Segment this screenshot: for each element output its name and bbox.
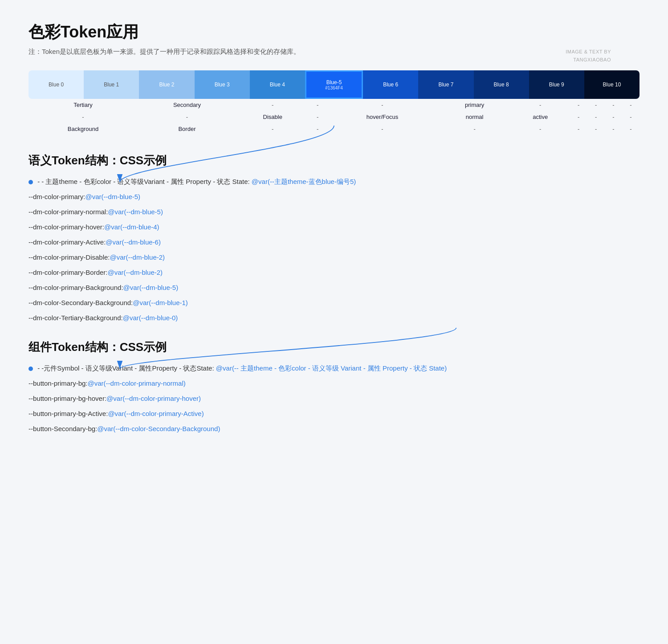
palette-cell-6: Blue 6 <box>363 70 418 99</box>
semantic-description: - - 主题theme - 色彩color - 语义等级Variant - 属性… <box>29 176 639 187</box>
page-subtitle: 注：Token是以底层色板为单一来源。提供了一种用于记录和跟踪风格选择和变化的存… <box>29 48 639 56</box>
semantic-token-3: --dm-color-primary-Active:@var(--dm-blue… <box>29 237 639 248</box>
semantic-token-7: --dm-color-Secondary-Background:@var(--d… <box>29 298 639 308</box>
palette-cell-1: Blue 1 <box>84 70 139 99</box>
palette-cell-3: Blue 3 <box>195 70 250 99</box>
page-title: 色彩Token应用 <box>29 21 639 43</box>
semantic-token-2: --dm-color-primary-hover:@var(--dm-blue-… <box>29 222 639 232</box>
semantic-heading: 语义Token结构：CSS示例 <box>29 153 639 168</box>
palette-bar: Blue 0Blue 1Blue 2Blue 3Blue 4Blue-5#136… <box>29 70 639 99</box>
label-row-1: --Disable-hover/Focusnormalactive---- <box>29 111 639 123</box>
component-token-1: --button-primary-bg-hover:@var(--dm-colo… <box>29 393 639 404</box>
label-row-0: TertiarySecondary---primary----- <box>29 99 639 111</box>
component-token-0: --button-primary-bg:@var(--dm-color-prim… <box>29 378 639 389</box>
component-description: - -元件Symbol - 语义等级Variant - 属性Property -… <box>29 363 639 374</box>
semantic-dot <box>29 180 33 184</box>
component-tokens-list: --button-primary-bg:@var(--dm-color-prim… <box>29 378 639 434</box>
component-heading: 组件Token结构：CSS示例 <box>29 339 639 355</box>
semantic-tokens-list: --dm-color-primary:@var(--dm-blue-5)--dm… <box>29 192 639 323</box>
palette-cell-9: Blue 9 <box>529 70 584 99</box>
palette-section: Blue 0Blue 1Blue 2Blue 3Blue 4Blue-5#136… <box>29 70 639 135</box>
label-row-2: BackgroundBorder--------- <box>29 123 639 135</box>
component-token-2: --button-primary-bg-Active:@var(--dm-col… <box>29 408 639 419</box>
semantic-token-1: --dm-color-primary-normal:@var(--dm-blue… <box>29 207 639 217</box>
semantic-token-6: --dm-color-primary-Background:@var(--dm-… <box>29 282 639 293</box>
palette-cell-2: Blue 2 <box>139 70 194 99</box>
palette-cell-8: Blue 8 <box>474 70 529 99</box>
component-token-3: --button-Secondary-bg:@var(--dm-color-Se… <box>29 424 639 434</box>
component-dot <box>29 367 33 371</box>
palette-cell-0: Blue 0 <box>29 70 84 99</box>
semantic-token-4: --dm-color-primary-Disable:@var(--dm-blu… <box>29 252 639 263</box>
palette-cell-4: Blue 4 <box>250 70 305 99</box>
watermark: IMAGE & TEXT BY TANGXIAOBAO <box>566 48 611 64</box>
semantic-token-0: --dm-color-primary:@var(--dm-blue-5) <box>29 192 639 202</box>
semantic-section: 语义Token结构：CSS示例 - - 主题theme - 色彩color - … <box>29 153 639 323</box>
palette-cell-10: Blue 10 <box>584 70 639 99</box>
palette-cell-7: Blue 7 <box>418 70 473 99</box>
semantic-token-5: --dm-color-primary-Border:@var(--dm-blue… <box>29 267 639 278</box>
palette-cell-5: Blue-5#1364F4 <box>305 70 363 99</box>
semantic-token-8: --dm-color-Tertiary-Background:@var(--dm… <box>29 313 639 323</box>
component-section: 组件Token结构：CSS示例 - -元件Symbol - 语义等级Varian… <box>29 339 639 434</box>
label-table: TertiarySecondary---primary-------Disabl… <box>29 99 639 135</box>
